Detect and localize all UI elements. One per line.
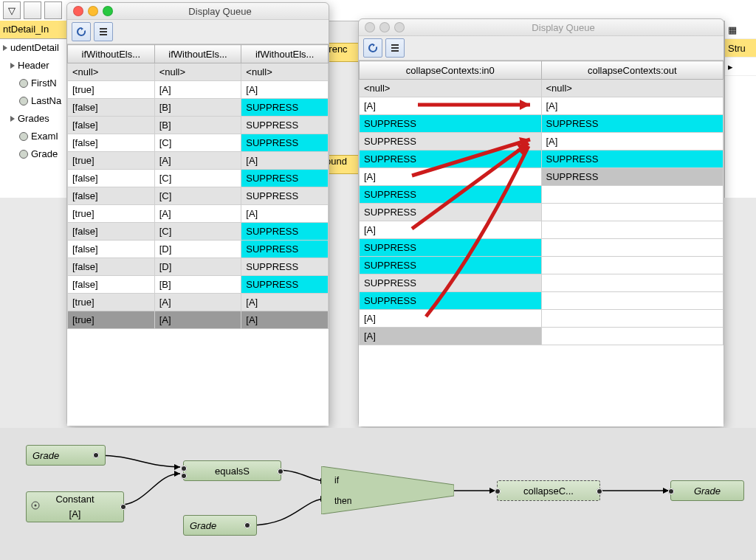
table-row[interactable]: <null><null><null>: [68, 63, 329, 81]
queue-table-2-wrap[interactable]: collapseContexts:in0 collapseContexts:ou…: [359, 61, 724, 426]
table-cell: SUPPRESS: [360, 186, 542, 204]
mapping-diagram[interactable]: Grade Constant [A] equalsS Grade if then: [0, 428, 756, 560]
table-row[interactable]: SUPPRESS[A]: [360, 133, 724, 151]
in-port-1[interactable]: [181, 466, 187, 471]
titlebar-1[interactable]: Display Queue: [67, 3, 329, 20]
table-row[interactable]: [true][A][A]: [68, 81, 329, 99]
table-cell: [541, 328, 724, 345]
table-cell: [true]: [68, 205, 155, 223]
node-grade-source-2[interactable]: Grade: [183, 515, 257, 536]
svg-marker-5: [174, 471, 180, 477]
table-row[interactable]: [true][A][A]: [68, 205, 329, 223]
table-row[interactable]: SUPPRESS: [360, 274, 724, 292]
table-row[interactable]: SUPPRESSSUPPRESS: [360, 115, 724, 133]
in-port-2[interactable]: [181, 473, 187, 479]
table-cell: [A]: [241, 81, 329, 99]
table-cell: [B]: [154, 99, 241, 117]
table-row[interactable]: [false][D]SUPPRESS: [68, 241, 329, 258]
tree-tab-studentdetail-in[interactable]: ntDetail_In: [0, 21, 68, 39]
right-tool-structure[interactable]: Stru: [725, 39, 756, 58]
table-row[interactable]: SUPPRESS: [360, 239, 724, 257]
table-row[interactable]: SUPPRESS: [360, 204, 724, 221]
table-row[interactable]: [false][B]SUPPRESS: [68, 99, 329, 117]
table-row[interactable]: [A]: [360, 221, 724, 239]
tree-item-grades[interactable]: Grades: [0, 110, 68, 128]
table-row[interactable]: [false][D]SUPPRESS: [68, 258, 329, 276]
refresh-button[interactable]: [363, 38, 382, 58]
out-port[interactable]: [120, 504, 126, 510]
table-row[interactable]: [A]: [360, 328, 724, 345]
table-cell: [true]: [68, 294, 155, 311]
in-port[interactable]: [668, 488, 674, 494]
zoom-icon[interactable]: [394, 22, 405, 32]
table-row[interactable]: [false][C]SUPPRESS: [68, 223, 329, 241]
table-row[interactable]: SUPPRESS: [360, 186, 724, 204]
col-collapse-in0[interactable]: collapseContexts:in0: [360, 61, 542, 80]
table-row[interactable]: [A]SUPPRESS: [360, 168, 724, 186]
out-port[interactable]: [93, 452, 99, 458]
table-row[interactable]: [false][C]SUPPRESS: [68, 134, 329, 152]
tree-item-examid[interactable]: ExamI: [0, 128, 68, 145]
col-ifwithoutelse-1[interactable]: ifWithoutEls...: [68, 45, 155, 63]
node-grade-source-1[interactable]: Grade: [26, 445, 106, 466]
in-port[interactable]: [495, 488, 501, 494]
tab-icon-2[interactable]: [24, 1, 41, 19]
zoom-icon[interactable]: [103, 6, 113, 16]
minimize-icon[interactable]: [88, 6, 98, 16]
node-grade-target[interactable]: Grade: [670, 480, 744, 501]
queue-table-2: collapseContexts:in0 collapseContexts:ou…: [359, 61, 724, 345]
tab-icon-3[interactable]: [44, 1, 62, 19]
col-ifwithoutelse-2[interactable]: ifWithoutEls...: [154, 45, 241, 63]
close-icon[interactable]: [365, 22, 375, 32]
table-cell: [A]: [360, 221, 542, 239]
tree-item-firstname[interactable]: FirstN: [0, 75, 68, 92]
node-equalss[interactable]: equalsS: [183, 460, 281, 481]
table-row[interactable]: SUPPRESS: [360, 257, 724, 274]
table-row[interactable]: SUPPRESS: [360, 292, 724, 310]
right-tool-1[interactable]: ▦: [725, 21, 756, 39]
table-row[interactable]: [false][C]SUPPRESS: [68, 187, 329, 205]
tree-item-studentdetail[interactable]: udentDetail: [0, 39, 68, 57]
then-label: then: [334, 496, 351, 506]
table-cell: <null>: [68, 63, 155, 81]
refresh-button[interactable]: [72, 22, 91, 41]
table-row[interactable]: [A]: [360, 310, 724, 328]
titlebar-2[interactable]: Display Queue: [359, 19, 724, 36]
table-cell: [A]: [360, 97, 542, 115]
table-cell: SUPPRESS: [241, 223, 329, 241]
table-row[interactable]: [false][B]SUPPRESS: [68, 117, 329, 134]
tree-item-header[interactable]: Header: [0, 57, 68, 75]
table-row[interactable]: <null><null>: [360, 80, 724, 97]
table-row[interactable]: [A][A]: [360, 97, 724, 115]
table-cell: [false]: [68, 241, 155, 258]
node-constant[interactable]: Constant [A]: [26, 491, 124, 522]
tree-item-lastname[interactable]: LastNa: [0, 92, 68, 110]
expand-icon: [10, 116, 15, 122]
queue-table-1-wrap[interactable]: ifWithoutEls... ifWithoutEls... ifWithou…: [67, 44, 329, 426]
table-row[interactable]: [true][A][A]: [68, 294, 329, 311]
table-cell: SUPPRESS: [360, 151, 542, 168]
right-tool-expand[interactable]: ▸: [725, 58, 756, 76]
out-port[interactable]: [278, 469, 284, 474]
table-row[interactable]: [true][A][A]: [68, 311, 329, 329]
table-cell: [541, 186, 724, 204]
close-icon[interactable]: [73, 6, 83, 16]
table-row[interactable]: [false][C]SUPPRESS: [68, 170, 329, 187]
out-port[interactable]: [597, 488, 602, 494]
table-row[interactable]: [false][B]SUPPRESS: [68, 276, 329, 294]
table-row[interactable]: SUPPRESSSUPPRESS: [360, 151, 724, 168]
out-port[interactable]: [244, 522, 250, 528]
node-value: [A]: [69, 509, 81, 519]
table-cell: [541, 274, 724, 292]
table-row[interactable]: [true][A][A]: [68, 152, 329, 170]
list-button[interactable]: [94, 22, 113, 41]
col-ifwithoutelse-3[interactable]: ifWithoutEls...: [241, 45, 329, 63]
tree-item-grade[interactable]: Grade: [0, 145, 68, 163]
node-ifwithoutelse[interactable]: if then: [321, 466, 454, 514]
tab-icon-funnel[interactable]: ▽: [3, 1, 21, 19]
expand-icon: [3, 45, 7, 51]
col-collapse-out[interactable]: collapseContexts:out: [541, 61, 724, 80]
node-collapsecontexts[interactable]: collapseC...: [497, 480, 600, 501]
minimize-icon[interactable]: [379, 22, 390, 32]
list-button[interactable]: [385, 38, 405, 58]
